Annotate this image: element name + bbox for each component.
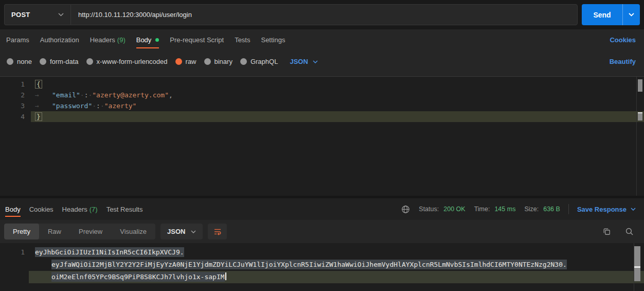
tab-label: Settings [261,36,285,44]
tab-pre-request-script[interactable]: Pre-request Script [170,29,224,50]
overview-ruler-marker [638,112,642,121]
tab-test-results[interactable]: Test Results [106,198,143,220]
response-line[interactable]: oiM2eElnf05YPc9BSq9PiP8S8KCJh7lvhjo1x-sa… [0,271,644,283]
line-number: 1 [0,79,25,90]
tab-label: Authorization [40,36,79,44]
request-body-editor[interactable]: 1{2→"email"·:·"azerty@azerty.com",3→"pas… [0,76,644,196]
tab-body[interactable]: Body [136,29,159,50]
size-value: 636 B [543,206,560,213]
body-type-none[interactable]: none [7,58,32,65]
response-body-editor[interactable]: 1eyJhbGciOiJIUzI1NiIsInR5cCI6IkpXVCJ9.ey… [0,243,644,291]
body-type-binary[interactable]: binary [204,58,232,65]
send-button[interactable]: Send [582,4,623,25]
chevron-down-icon [631,208,636,211]
tab-headers[interactable]: Headers(7) [62,198,98,220]
response-toolbar-icons [602,227,637,236]
tab-label: Params [6,36,29,44]
chevron-down-icon [191,230,196,233]
request-code-line[interactable]: 4} [0,111,644,122]
chevron-down-icon [629,13,634,16]
response-line[interactable]: 1eyJhbGciOiJIUzI1NiIsInR5cCI6IkpXVCJ9. [0,246,644,259]
tab-headers[interactable]: Headers(9) [90,29,126,50]
copy-icon [602,227,611,236]
copy-button[interactable] [602,227,611,236]
response-scrollbar-thumb[interactable] [634,246,640,281]
view-tab-visualize[interactable]: Visualize [111,224,155,239]
tab-params[interactable]: Params [6,29,29,50]
tab-body[interactable]: Body [5,198,21,220]
request-code-line[interactable]: 1{ [0,79,644,90]
tab-count: (7) [90,206,98,213]
body-language-value: JSON [290,58,308,65]
tab-label: Body [136,36,152,44]
search-button[interactable] [625,227,634,236]
scrollbar-selection-marker [634,266,640,268]
view-tab-preview[interactable]: Preview [70,224,111,239]
request-code-line[interactable]: 3→"password"·:·"azerty" [0,100,644,111]
response-line[interactable]: eyJfaWQiOiI2MjBlY2Y2Y2FiMjEyYzA0NjE1Yjdm… [0,259,644,271]
view-tab-raw[interactable]: Raw [39,224,70,239]
token-text: eyJhbGciOiJIUzI1NiIsInR5cCI6IkpXVCJ9. [35,246,184,259]
tab-authorization[interactable]: Authorization [40,29,79,50]
body-type-graphql[interactable]: GraphQL [240,58,278,65]
request-code-lines: 1{2→"email"·:·"azerty@azerty.com",3→"pas… [0,79,644,122]
send-options-button[interactable] [623,4,640,25]
text-cursor [225,272,226,280]
postman-window: POST http://10.10.11.120:3000/api/user/l… [0,0,644,291]
wrap-lines-button[interactable] [208,224,227,239]
size-label: Size: [524,206,539,213]
radio-icon [7,58,13,65]
code-text: { [35,79,42,90]
radio-icon [40,58,46,65]
response-lines: 1eyJhbGciOiJIUzI1NiIsInR5cCI6IkpXVCJ9.ey… [0,246,644,283]
tab-tests[interactable]: Tests [235,29,250,50]
radio-label: form-data [50,58,79,65]
request-tabs-list: ParamsAuthorizationHeaders(9)BodyPre-req… [6,29,285,50]
code-text: →"email"·:·"azerty@azerty.com", [35,90,173,100]
time-label: Time: [474,206,490,213]
body-type-x-www-form-urlencoded[interactable]: x-www-form-urlencoded [86,58,168,65]
url-input[interactable]: http://10.10.11.120:3000/api/user/login [70,4,578,25]
selected-text: eyJfaWQiOiI2MjBlY2Y2Y2FiMjEyYzA0NjE1Yjdm… [51,260,567,269]
cookies-link[interactable]: Cookies [610,36,636,44]
response-scrollbar[interactable] [634,243,644,291]
tab-label: Test Results [106,206,143,213]
globe-icon[interactable] [401,205,410,214]
method-select[interactable]: POST [4,4,70,25]
wrap-lines-icon [213,228,222,236]
response-toolbar: PrettyRawPreviewVisualize JSON [0,220,644,243]
meta-divider [568,204,569,214]
response-view-switcher: PrettyRawPreviewVisualize [4,224,155,239]
radio-icon [204,58,211,65]
beautify-link[interactable]: Beautify [610,58,636,65]
tab-label: Headers [90,36,115,44]
response-language-value: JSON [167,228,185,235]
tab-label: Headers [62,206,87,213]
tab-cookies[interactable]: Cookies [29,198,53,220]
save-response-button[interactable]: Save Response [577,206,636,213]
body-type-options: noneform-datax-www-form-urlencodedrawbin… [7,58,278,65]
tab-count: (9) [117,36,126,44]
chevron-down-icon [58,13,64,16]
request-tabs: ParamsAuthorizationHeaders(9)BodyPre-req… [0,29,644,50]
body-type-form-data[interactable]: form-data [40,58,79,65]
method-label: POST [11,11,30,19]
response-language-select[interactable]: JSON [160,224,203,239]
request-editor-scrollbar[interactable] [636,77,644,196]
tab-settings[interactable]: Settings [261,29,285,50]
radio-icon [240,58,247,65]
request-scrollbar-thumb[interactable] [638,79,642,92]
tab-label: Body [5,206,21,213]
line-number: 2 [0,90,25,100]
view-tab-pretty[interactable]: Pretty [4,224,39,239]
response-header: BodyCookiesHeaders(7)Test Results Status… [0,198,644,220]
selected-text: eyJhbGciOiJIUzI1NiIsInR5cCI6IkpXVCJ9. [35,247,184,257]
tab-label: Pre-request Script [170,36,224,44]
green-dot-icon [155,38,159,42]
line-number: 1 [0,246,25,259]
body-language-select[interactable]: JSON [290,58,317,65]
radio-icon [86,58,93,65]
body-type-raw[interactable]: raw [175,58,196,65]
request-code-line[interactable]: 2→"email"·:·"azerty@azerty.com", [0,90,644,100]
tab-label: Tests [235,36,250,44]
